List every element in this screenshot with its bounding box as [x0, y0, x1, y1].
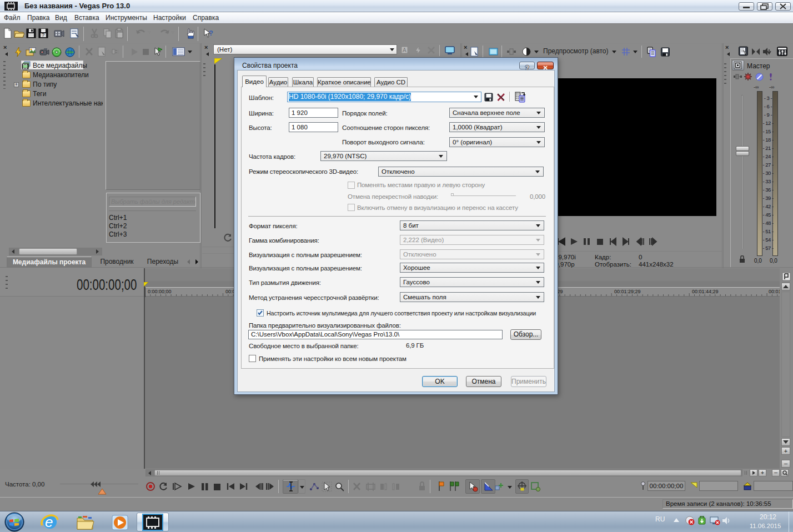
svg-text:?: ?: [209, 29, 213, 37]
svg-text:?: ?: [42, 32, 44, 38]
svg-text:A: A: [403, 47, 406, 53]
